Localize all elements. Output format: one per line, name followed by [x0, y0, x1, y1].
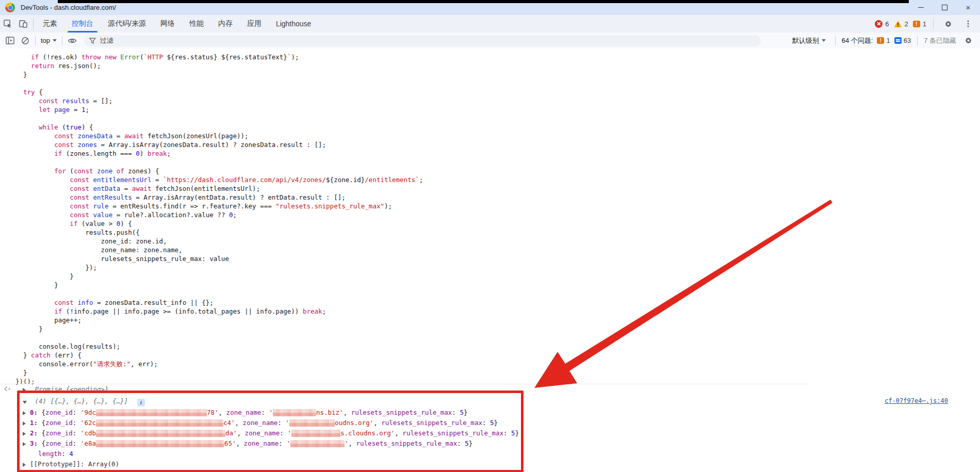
redacted-blur — [273, 409, 316, 416]
array-prototype-row: [[Prototype]]: Array(0) — [23, 460, 519, 470]
warning-count: 2 — [905, 20, 908, 28]
issues-count-label[interactable]: 64 个问题: — [842, 36, 873, 45]
console-filter-box[interactable] — [84, 35, 761, 46]
console-errors-icon[interactable] — [875, 20, 883, 28]
array-length-row: length: 4 — [23, 450, 519, 460]
array-preview-text: (4) [{…}, {…}, {…}, {…}] — [35, 397, 128, 405]
issues-icon[interactable]: ! — [913, 21, 920, 27]
redacted-blur — [96, 419, 223, 427]
devtools-tabbar: 元素控制台源代码/来源网络性能内存应用Lighthouse 6 2 ! 1 — [0, 15, 980, 33]
issue-badge-icon: ! — [877, 37, 884, 44]
devtools-tab[interactable]: 元素 — [36, 15, 64, 32]
live-expression-eye-icon[interactable] — [64, 34, 80, 47]
expand-triangle-icon[interactable] — [23, 442, 26, 446]
restore-icon — [942, 5, 948, 10]
chevron-down-icon — [822, 39, 826, 42]
minimize-icon — [918, 7, 924, 8]
redacted-blur — [96, 440, 224, 447]
log-level-selector[interactable]: 默认级别 — [789, 36, 829, 45]
context-selector-label: top — [41, 37, 50, 44]
more-options-icon[interactable] — [960, 17, 976, 30]
devtools-tab[interactable]: 网络 — [153, 15, 182, 32]
return-value-arrow-icon — [3, 386, 11, 392]
tab-strip: 元素控制台源代码/来源网络性能内存应用Lighthouse — [36, 15, 318, 32]
expand-triangle-icon[interactable] — [23, 432, 26, 436]
array-item-row: 2: {zone_id: 'cdbda', zone_name: 's.clou… — [23, 429, 519, 440]
close-icon: × — [966, 4, 971, 11]
console-settings-gear-icon[interactable] — [960, 34, 976, 47]
expand-triangle-icon[interactable] — [23, 421, 26, 426]
array-expanded-rows: 0: {zone_id: '9dc78', zone_name: 'ns.biz… — [23, 409, 519, 470]
log-level-label: 默认级别 — [792, 36, 819, 45]
console-warnings-icon[interactable] — [894, 20, 902, 28]
redacted-blur — [96, 409, 207, 416]
issue-badge-count: 1 — [886, 37, 890, 44]
background-strip — [58, 0, 909, 3]
filter-input[interactable] — [99, 36, 756, 45]
hidden-messages-label: 7 条已隐藏 — [924, 36, 956, 45]
message-badge-icon — [894, 37, 902, 44]
chevron-down-icon — [53, 39, 57, 42]
message-badge-count: 63 — [904, 37, 911, 44]
expand-triangle-icon[interactable] — [23, 411, 26, 415]
context-selector[interactable]: top — [38, 37, 60, 44]
array-item-row: 1: {zone_id: '62cc4', zone_name: 'oudns.… — [23, 419, 519, 429]
redacted-blur — [289, 419, 335, 427]
devtools-tab[interactable]: 源代码/来源 — [101, 15, 153, 32]
redacted-blur — [290, 440, 345, 447]
devtools-tab[interactable]: 应用 — [240, 15, 269, 32]
minimize-button[interactable] — [909, 0, 933, 15]
array-item-row: 0: {zone_id: '9dc78', zone_name: 'ns.biz… — [23, 409, 519, 419]
source-location-link[interactable]: cf-07f97e4⋯.js:40 — [885, 397, 948, 404]
promise-pending-value: Promise {<pending>} — [35, 385, 109, 393]
issue-count: 1 — [923, 20, 926, 28]
device-toolbar-button[interactable] — [15, 17, 31, 30]
console-input-code: if (!res.ok) throw new Error(`HTTP ${res… — [15, 53, 423, 386]
filter-funnel-icon — [89, 38, 96, 44]
devtools-tab[interactable]: 控制台 — [64, 15, 101, 32]
restore-button[interactable] — [933, 0, 956, 15]
devtools-tab[interactable]: Lighthouse — [269, 15, 319, 32]
inspect-element-button[interactable] — [0, 17, 15, 30]
console-toolbar: top 默认级别 64 个问题: ! 1 63 7 条已隐藏 — [0, 32, 980, 49]
expand-triangle-icon[interactable] — [23, 463, 26, 467]
console-sidebar-toggle-icon[interactable] — [2, 34, 18, 47]
close-button[interactable]: × — [956, 0, 980, 15]
error-count: 6 — [885, 20, 889, 28]
devtools-tab[interactable]: 内存 — [211, 15, 240, 32]
returned-value-row: Promise {<pending>} — [0, 384, 810, 394]
array-item-row: 3: {zone_id: 'e8a65', zone_name: '', rul… — [23, 440, 519, 450]
devtools-window: DevTools - dash.cloudflare.com/ × 元素控制台源… — [0, 0, 980, 472]
info-icon[interactable]: i — [137, 399, 145, 406]
devtools-tab[interactable]: 性能 — [182, 15, 211, 32]
array-log-row: (4) [{…}, {…}, {…}, {…}] i — [23, 397, 145, 408]
redacted-blur — [291, 430, 340, 437]
redacted-blur — [96, 430, 225, 437]
chrome-icon — [5, 3, 15, 12]
expand-triangle-icon[interactable] — [23, 388, 26, 392]
clear-console-icon[interactable] — [18, 34, 33, 47]
console-messages-area: if (!res.ok) throw new Error(`HTTP ${res… — [0, 48, 980, 472]
collapse-triangle-icon[interactable] — [23, 401, 27, 404]
settings-gear-icon[interactable] — [940, 17, 956, 30]
